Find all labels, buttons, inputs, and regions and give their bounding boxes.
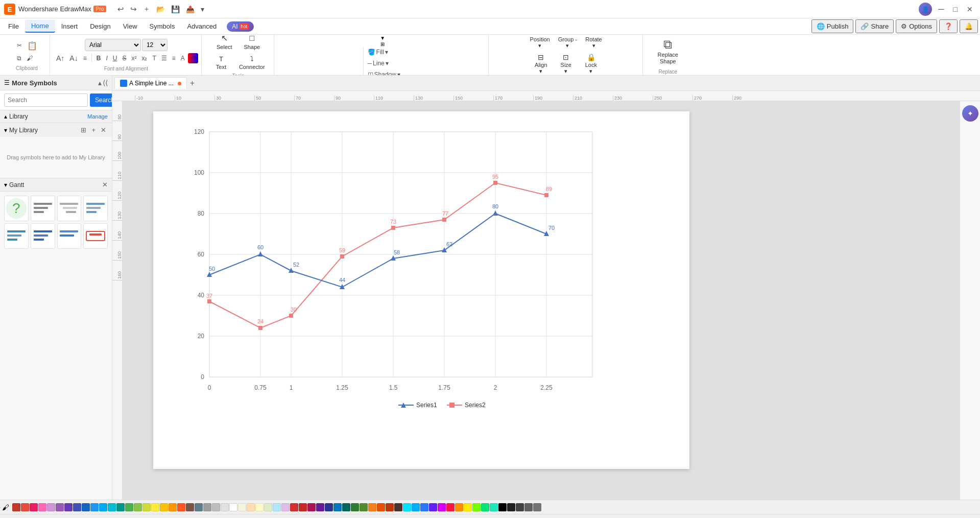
color-swatch[interactable] bbox=[342, 503, 350, 511]
color-swatch[interactable] bbox=[56, 503, 64, 511]
color-swatch[interactable] bbox=[160, 503, 168, 511]
color-swatch[interactable] bbox=[377, 503, 385, 511]
color-swatch[interactable] bbox=[108, 503, 116, 511]
font-decrease-button[interactable]: A↓ bbox=[67, 53, 80, 64]
help-button[interactable]: ❓ bbox=[939, 19, 958, 33]
bold-button[interactable]: B bbox=[94, 53, 103, 63]
font-size-select[interactable]: 12 14 16 18 24 bbox=[142, 39, 168, 51]
color-swatch[interactable] bbox=[420, 503, 428, 511]
color-swatch[interactable] bbox=[299, 503, 307, 511]
gantt-item-3[interactable] bbox=[57, 196, 82, 221]
gantt-item-4[interactable] bbox=[83, 196, 108, 221]
color-swatch[interactable] bbox=[472, 503, 481, 511]
fill-color-button[interactable]: ▬ bbox=[188, 53, 198, 63]
menu-item-view[interactable]: View bbox=[117, 20, 144, 32]
list2-button[interactable]: ≡ bbox=[170, 53, 178, 63]
replace-shape-button[interactable]: ⧉ Replace Shape bbox=[648, 35, 688, 67]
font-family-select[interactable]: Arial Times New Roman Calibri bbox=[85, 39, 141, 51]
format-painter-button[interactable]: 🖌 bbox=[25, 53, 35, 63]
more-button[interactable]: ▾ bbox=[199, 4, 206, 15]
color-swatch[interactable] bbox=[325, 503, 333, 511]
color-swatch[interactable] bbox=[99, 503, 107, 511]
text-button[interactable]: T Text bbox=[208, 53, 234, 72]
color-swatch[interactable] bbox=[38, 503, 46, 511]
color-swatch[interactable] bbox=[516, 503, 524, 511]
color-swatch[interactable] bbox=[12, 503, 20, 511]
color-swatch[interactable] bbox=[429, 503, 437, 511]
color-swatch[interactable] bbox=[177, 503, 185, 511]
color-swatch[interactable] bbox=[498, 503, 507, 511]
color-swatch[interactable] bbox=[142, 503, 151, 511]
color-swatch[interactable] bbox=[21, 503, 29, 511]
color-picker-button[interactable]: 🖌 bbox=[2, 503, 9, 511]
color-swatch[interactable] bbox=[412, 503, 420, 511]
color-swatch[interactable] bbox=[333, 503, 342, 511]
rotate-button[interactable]: ↻ Rotate ▾ bbox=[582, 35, 605, 51]
align-button[interactable]: ≡ bbox=[81, 53, 89, 63]
menu-item-symbols[interactable]: Symbols bbox=[144, 20, 181, 32]
gantt-item-6[interactable] bbox=[31, 223, 55, 249]
color-swatch[interactable] bbox=[116, 503, 125, 511]
add-new-library-button[interactable]: + bbox=[90, 126, 97, 134]
color-swatch[interactable] bbox=[386, 503, 394, 511]
color-swatch[interactable] bbox=[281, 503, 290, 511]
manage-label[interactable]: Manage bbox=[87, 113, 108, 120]
list-button[interactable]: ☰ bbox=[159, 53, 169, 63]
maximize-button[interactable]: □ bbox=[950, 4, 961, 14]
color-swatch[interactable] bbox=[524, 503, 533, 511]
color-swatch[interactable] bbox=[125, 503, 133, 511]
connector-button[interactable]: ⤵ Connector bbox=[236, 53, 268, 72]
position-button[interactable]: ⊕ Position ▾ bbox=[527, 35, 553, 51]
styles-more-button[interactable]: ⊞ bbox=[380, 42, 385, 47]
color-swatch[interactable] bbox=[229, 503, 237, 511]
gantt-item-2[interactable] bbox=[31, 196, 55, 221]
styles-down-button[interactable]: ▼ bbox=[380, 36, 385, 41]
color-swatch[interactable] bbox=[203, 503, 211, 511]
menu-item-insert[interactable]: Insert bbox=[55, 20, 84, 32]
color-swatch[interactable] bbox=[403, 503, 411, 511]
color-swatch[interactable] bbox=[533, 503, 541, 511]
color-swatch[interactable] bbox=[255, 503, 264, 511]
redo-button[interactable]: ↪ bbox=[128, 4, 139, 15]
cut-button[interactable]: ✂ bbox=[15, 40, 24, 51]
menu-item-file[interactable]: File bbox=[2, 20, 25, 32]
new-tab-button[interactable]: ＋ bbox=[141, 4, 152, 15]
color-swatch[interactable] bbox=[360, 503, 368, 511]
color-swatch[interactable] bbox=[169, 503, 177, 511]
color-swatch[interactable] bbox=[446, 503, 455, 511]
align-button-tb[interactable]: ⊟ Align ▾ bbox=[530, 52, 553, 76]
italic-button[interactable]: I bbox=[104, 53, 109, 63]
gantt-item-7[interactable] bbox=[57, 223, 82, 249]
notification-button[interactable]: 🔔 bbox=[960, 19, 978, 33]
fill-button[interactable]: 🪣 Fill ▾ bbox=[366, 47, 402, 57]
menu-item-advanced[interactable]: Advanced bbox=[181, 20, 223, 32]
color-swatch[interactable] bbox=[90, 503, 99, 511]
color-swatch[interactable] bbox=[134, 503, 142, 511]
color-swatch[interactable] bbox=[464, 503, 472, 511]
color-swatch[interactable] bbox=[64, 503, 73, 511]
color-swatch[interactable] bbox=[212, 503, 220, 511]
strikethrough-button[interactable]: S bbox=[120, 53, 128, 63]
group-button[interactable]: ⊞ Group - ▾ bbox=[555, 35, 580, 51]
expand-symbols-button[interactable]: ▴ bbox=[98, 79, 102, 87]
color-swatch[interactable] bbox=[438, 503, 446, 511]
color-swatch[interactable] bbox=[195, 503, 203, 511]
color-swatch[interactable] bbox=[316, 503, 324, 511]
color-swatch[interactable] bbox=[394, 503, 402, 511]
color-swatch[interactable] bbox=[490, 503, 498, 511]
color-swatch[interactable] bbox=[273, 503, 281, 511]
select-button[interactable]: ↖ Select bbox=[211, 35, 237, 52]
color-swatch[interactable] bbox=[307, 503, 316, 511]
open-button[interactable]: 📂 bbox=[154, 4, 167, 15]
shape-button[interactable]: □ Shape bbox=[239, 35, 265, 52]
color-swatch[interactable] bbox=[264, 503, 272, 511]
publish-button[interactable]: 🌐 Publish bbox=[811, 19, 854, 33]
color-swatch[interactable] bbox=[351, 503, 359, 511]
close-button[interactable]: ✕ bbox=[964, 4, 976, 14]
collapse-panel-button[interactable]: ⟨⟨ bbox=[103, 79, 108, 87]
color-swatch[interactable] bbox=[186, 503, 194, 511]
paste-button[interactable]: 📋 bbox=[25, 39, 39, 52]
undo-button[interactable]: ↩ bbox=[115, 4, 126, 15]
ai-assistant-button[interactable]: ✦ bbox=[962, 105, 978, 122]
underline-button[interactable]: U bbox=[111, 53, 119, 63]
